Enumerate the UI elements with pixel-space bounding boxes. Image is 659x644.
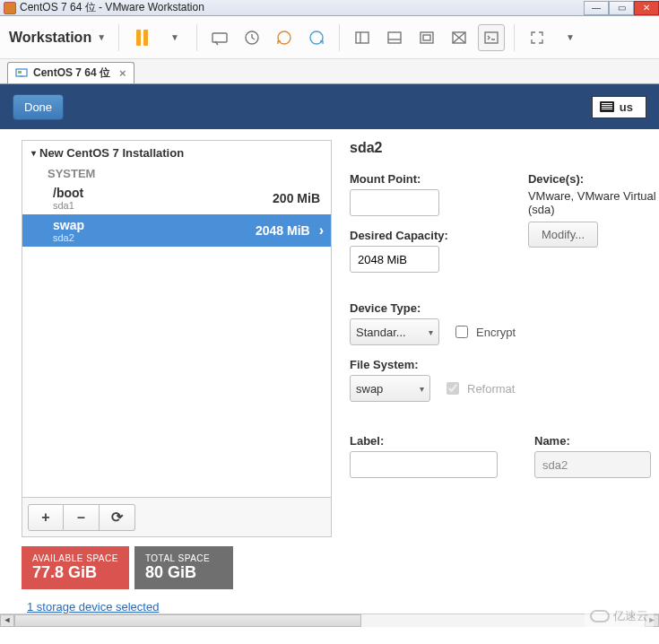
- send-ctrl-alt-del-button[interactable]: [206, 24, 233, 51]
- cloud-icon: [590, 610, 610, 622]
- scroll-thumb[interactable]: [14, 614, 361, 627]
- window-title: CentOS 7 64 位 - VMware Workstation: [20, 0, 584, 15]
- clock-manage-icon: [308, 29, 325, 47]
- power-dropdown[interactable]: ▼: [160, 24, 187, 51]
- snapshot-button[interactable]: [238, 24, 265, 51]
- available-space-value: 77.8 GiB: [32, 563, 118, 582]
- close-button[interactable]: ✕: [634, 1, 659, 15]
- partition-size: 200 MiB: [273, 191, 320, 205]
- file-system-label: File System:: [350, 358, 657, 371]
- partition-tree: ▾ New CentOS 7 Installation SYSTEM /boot…: [22, 140, 332, 537]
- scroll-left-button[interactable]: ◄: [0, 614, 14, 627]
- device-type-label: Device Type:: [350, 301, 657, 315]
- pause-vm-button[interactable]: [128, 24, 155, 51]
- svg-rect-4: [356, 32, 369, 43]
- minimize-button[interactable]: —: [584, 1, 609, 15]
- maximize-button[interactable]: ▭: [609, 1, 634, 15]
- tree-group-system: SYSTEM: [22, 165, 331, 182]
- reformat-checkbox: [447, 382, 459, 395]
- encrypt-checkbox-row[interactable]: Encrypt: [452, 323, 516, 341]
- divider: [514, 24, 515, 51]
- show-library-button[interactable]: [349, 24, 376, 51]
- detail-title: sda2: [350, 140, 657, 156]
- partition-detail-panel: sda2 Mount Point: Desired Capacity: Devi…: [332, 129, 659, 614]
- svg-rect-0: [212, 33, 227, 42]
- panel-bottom-icon: [386, 29, 403, 47]
- clock-back-icon: [275, 29, 293, 47]
- device-name: sda2: [53, 232, 84, 243]
- add-partition-button[interactable]: +: [28, 504, 64, 531]
- svg-point-2: [278, 31, 290, 44]
- vm-tabbar: CentOS 7 64 位 ×: [0, 59, 659, 84]
- keyboard-indicator[interactable]: us: [592, 96, 646, 118]
- unity-icon: [450, 29, 468, 47]
- scroll-track[interactable]: [14, 614, 645, 627]
- vm-monitor-icon: [15, 67, 28, 80]
- available-space-box: AVAILABLE SPACE 77.8 GiB: [22, 546, 129, 589]
- workstation-menu[interactable]: Workstation ▼: [5, 26, 109, 49]
- label-input[interactable]: [350, 451, 498, 478]
- total-space-label: TOTAL SPACE: [145, 553, 222, 563]
- total-space-box: TOTAL SPACE 80 GiB: [134, 546, 233, 589]
- fit-icon: [418, 29, 436, 47]
- fullscreen-icon: [528, 29, 546, 47]
- name-input: [534, 451, 651, 478]
- installer-content: ▾ New CentOS 7 Installation SYSTEM /boot…: [0, 129, 659, 614]
- device-type-select[interactable]: Standar... ▾: [350, 318, 439, 345]
- revert-snapshot-button[interactable]: [271, 24, 298, 51]
- fullscreen-button[interactable]: [524, 24, 551, 51]
- reformat-label: Reformat: [467, 382, 515, 396]
- svg-rect-15: [18, 71, 22, 74]
- chevron-down-icon: ▼: [566, 32, 575, 42]
- svg-rect-6: [388, 32, 401, 43]
- storage-devices-link[interactable]: 1 storage device selected: [27, 600, 332, 614]
- clock-icon: [243, 29, 261, 47]
- partition-size: 2048 MiB: [256, 223, 310, 238]
- watermark-text: 亿速云: [613, 608, 648, 624]
- snapshot-manager-button[interactable]: [303, 24, 330, 51]
- partition-item-boot[interactable]: /boot sda1 200 MiB: [22, 182, 331, 214]
- divider: [339, 24, 340, 51]
- desired-capacity-input[interactable]: [350, 246, 439, 273]
- tree-title: New CentOS 7 Installation: [39, 146, 184, 160]
- stretch-guest-button[interactable]: [413, 24, 440, 51]
- unity-button[interactable]: [446, 24, 473, 51]
- file-system-select[interactable]: swap ▾: [350, 375, 430, 402]
- mount-point: swap: [53, 218, 84, 232]
- mount-point-label: Mount Point:: [350, 172, 505, 186]
- show-thumbnail-button[interactable]: [381, 24, 408, 51]
- keyboard-icon: [211, 29, 229, 47]
- tree-heading[interactable]: ▾ New CentOS 7 Installation: [22, 141, 331, 165]
- file-system-value: swap: [356, 382, 383, 396]
- divider: [118, 24, 119, 51]
- reload-button[interactable]: ⟳: [100, 504, 135, 531]
- device-type-value: Standar...: [356, 326, 406, 339]
- divider: [196, 24, 197, 51]
- vm-tab-centos[interactable]: CentOS 7 64 位 ×: [7, 62, 134, 83]
- mount-point-input[interactable]: [350, 189, 439, 216]
- partition-item-swap[interactable]: swap sda2 2048 MiB ›: [22, 214, 331, 247]
- name-label: Name:: [534, 434, 651, 448]
- console-button[interactable]: [478, 24, 505, 51]
- fullscreen-dropdown[interactable]: ▼: [556, 24, 583, 51]
- vm-tab-label: CentOS 7 64 位: [33, 65, 110, 81]
- vmware-titlebar: CentOS 7 64 位 - VMware Workstation — ▭ ✕: [0, 0, 659, 16]
- desired-capacity-label: Desired Capacity:: [350, 229, 505, 242]
- total-space-value: 80 GiB: [145, 563, 222, 582]
- devices-label: Device(s):: [528, 172, 657, 186]
- done-button[interactable]: Done: [13, 94, 64, 120]
- chevron-down-icon: ▼: [97, 32, 106, 42]
- horizontal-scrollbar[interactable]: ◄ ►: [0, 614, 659, 626]
- device-name: sda1: [53, 200, 83, 211]
- pause-icon: [136, 30, 148, 46]
- keyboard-icon: [600, 101, 614, 112]
- encrypt-checkbox[interactable]: [455, 326, 468, 338]
- chevron-down-icon: ▾: [429, 327, 433, 337]
- tab-close-button[interactable]: ×: [119, 66, 126, 80]
- remove-partition-button[interactable]: –: [64, 504, 100, 531]
- watermark: 亿速云: [585, 605, 654, 628]
- chevron-down-icon: ▼: [170, 32, 179, 42]
- label-label: Label:: [350, 434, 511, 448]
- modify-button[interactable]: Modify...: [528, 222, 598, 248]
- keyboard-layout-label: us: [620, 100, 633, 114]
